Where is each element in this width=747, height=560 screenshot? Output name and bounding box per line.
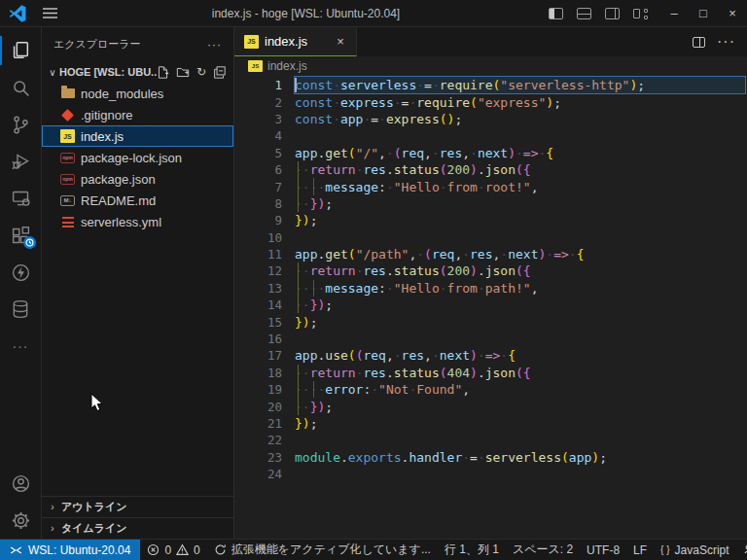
- file-row-package-lock.json[interactable]: npmpackage-lock.json: [42, 147, 233, 168]
- file-row-package.json[interactable]: npmpackage.json: [42, 168, 233, 190]
- code-line-22[interactable]: 22: [234, 432, 747, 448]
- remote-explorer-icon[interactable]: [0, 180, 42, 217]
- editor-more-actions-icon[interactable]: ···: [717, 33, 735, 51]
- line-number[interactable]: 6: [234, 162, 282, 177]
- code-line-5[interactable]: 5app.get("/",·(req,·res,·next)·=>·{: [234, 145, 747, 161]
- menu-hamburger-icon[interactable]: [36, 0, 63, 27]
- file-row-index.js[interactable]: JSindex.js: [42, 125, 233, 147]
- toggle-panel-icon[interactable]: [577, 8, 591, 19]
- toggle-primary-sidebar-icon[interactable]: [549, 8, 563, 19]
- code-line-1[interactable]: 1const·serverless·=·require("serverless-…: [234, 77, 747, 93]
- workspace-section-header[interactable]: ∨ HOGE [WSL: UBU... ↻: [42, 61, 233, 83]
- toggle-secondary-sidebar-icon[interactable]: [605, 8, 620, 19]
- source-control-icon[interactable]: [0, 106, 42, 143]
- line-number[interactable]: 24: [234, 467, 282, 481]
- line-number[interactable]: 13: [234, 281, 282, 296]
- line-number[interactable]: 15: [234, 315, 282, 330]
- maximize-button[interactable]: □: [689, 0, 718, 27]
- collapse-all-icon[interactable]: [213, 66, 226, 79]
- database-icon[interactable]: [0, 291, 42, 328]
- code-line-24[interactable]: 24: [234, 466, 747, 482]
- code-line-9[interactable]: 9});: [234, 212, 747, 228]
- line-number[interactable]: 10: [234, 230, 282, 245]
- line-number[interactable]: 12: [234, 263, 282, 278]
- refresh-icon[interactable]: ↻: [196, 65, 206, 79]
- tab-close-icon[interactable]: ×: [333, 34, 348, 49]
- search-icon[interactable]: [0, 69, 42, 106]
- activating-extensions-status[interactable]: 拡張機能をアクティブ化しています...: [207, 540, 438, 560]
- new-folder-icon[interactable]: [176, 66, 190, 79]
- breadcrumb[interactable]: JS index.js: [234, 56, 747, 75]
- explorer-more-actions-icon[interactable]: ···: [207, 38, 222, 52]
- line-number[interactable]: 16: [234, 332, 282, 346]
- run-and-debug-icon[interactable]: [0, 143, 42, 180]
- line-number[interactable]: 23: [234, 450, 282, 465]
- line-number[interactable]: 19: [234, 382, 282, 397]
- errors-icon: [147, 543, 160, 556]
- split-editor-icon[interactable]: [693, 37, 705, 48]
- code-line-6[interactable]: 6··return·res.status(200).json({: [234, 161, 747, 178]
- code-line-15[interactable]: 15});: [234, 313, 747, 330]
- eol-sequence[interactable]: LF: [626, 540, 654, 560]
- code-line-7[interactable]: 7····message:·"Hello·from·root!",: [234, 178, 747, 194]
- more-views-icon[interactable]: ···: [0, 328, 42, 365]
- code-line-17[interactable]: 17app.use((req,·res,·next)·=>·{: [234, 347, 747, 364]
- line-number[interactable]: 1: [234, 78, 282, 92]
- line-number[interactable]: 9: [234, 213, 282, 228]
- minimize-button[interactable]: –: [659, 0, 689, 27]
- line-number[interactable]: 20: [234, 400, 282, 414]
- code-editor[interactable]: 1const·serverless·=·require("serverless-…: [234, 75, 747, 539]
- tab-index-js[interactable]: JS index.js ×: [234, 27, 357, 56]
- outline-panel-header[interactable]: › アウトライン: [42, 496, 233, 517]
- line-number[interactable]: 8: [234, 196, 282, 211]
- code-line-13[interactable]: 13····message:·"Hello·from·path!",: [234, 280, 747, 297]
- code-line-8[interactable]: 8··});: [234, 195, 747, 212]
- line-number[interactable]: 5: [234, 146, 282, 160]
- line-number[interactable]: 4: [234, 128, 282, 143]
- file-row-.gitignore[interactable]: .gitignore: [42, 104, 233, 125]
- account-icon[interactable]: [0, 465, 42, 502]
- code-line-12[interactable]: 12··return·res.status(200).json({: [234, 262, 747, 279]
- line-number[interactable]: 3: [234, 112, 282, 126]
- timeline-panel-header[interactable]: › タイムライン: [42, 517, 233, 539]
- file-row-node_modules[interactable]: node_modules: [42, 83, 233, 104]
- code-line-21[interactable]: 21});: [234, 415, 747, 432]
- activity-label: 拡張機能をアクティブ化しています...: [231, 542, 431, 558]
- file-row-serverless.yml[interactable]: serverless.yml: [42, 211, 233, 232]
- line-number[interactable]: 2: [234, 95, 282, 110]
- code-line-18[interactable]: 18··return·res.status(404).json({: [234, 365, 747, 381]
- remote-indicator[interactable]: WSL: Ubuntu-20.04: [0, 540, 140, 560]
- explorer-icon[interactable]: [0, 32, 42, 69]
- line-number[interactable]: 22: [234, 433, 282, 447]
- line-number[interactable]: 14: [234, 298, 282, 312]
- line-number[interactable]: 21: [234, 416, 282, 431]
- code-line-10[interactable]: 10: [234, 229, 747, 246]
- problems-indicator[interactable]: 0 0: [140, 540, 206, 560]
- new-file-icon[interactable]: [157, 66, 169, 79]
- customize-layout-icon[interactable]: [633, 8, 648, 19]
- code-line-4[interactable]: 4: [234, 127, 747, 144]
- code-line-19[interactable]: 19····error:·"Not·Found",: [234, 381, 747, 398]
- line-number[interactable]: 11: [234, 247, 282, 262]
- line-number[interactable]: 18: [234, 366, 282, 380]
- encoding[interactable]: UTF-8: [580, 540, 626, 560]
- code-line-23[interactable]: 23module.exports.handler·=·serverless(ap…: [234, 449, 747, 466]
- cursor-position[interactable]: 行 1、列 1: [438, 540, 506, 560]
- close-button[interactable]: ×: [718, 0, 747, 27]
- indentation[interactable]: スペース: 2: [506, 540, 580, 560]
- settings-gear-icon[interactable]: [0, 502, 42, 539]
- code-line-2[interactable]: 2const·express·=·require("express");: [234, 93, 747, 110]
- thunder-client-icon[interactable]: [0, 254, 42, 291]
- extensions-icon[interactable]: [0, 217, 42, 254]
- code-line-11[interactable]: 11app.get("/path",·(req,·res,·next)·=>·{: [234, 246, 747, 262]
- language-mode[interactable]: { } JavaScript: [654, 540, 736, 560]
- line-number[interactable]: 7: [234, 180, 282, 194]
- window-title: index.js - hoge [WSL: Ubuntu-20.04]: [63, 7, 549, 20]
- code-line-20[interactable]: 20··});: [234, 398, 747, 414]
- feedback-icon[interactable]: [736, 540, 747, 560]
- line-number[interactable]: 17: [234, 348, 282, 363]
- code-line-3[interactable]: 3const·app·=·express();: [234, 111, 747, 127]
- file-row-README.md[interactable]: M↓README.md: [42, 190, 233, 211]
- code-line-16[interactable]: 16: [234, 331, 747, 347]
- code-line-14[interactable]: 14··});: [234, 297, 747, 313]
